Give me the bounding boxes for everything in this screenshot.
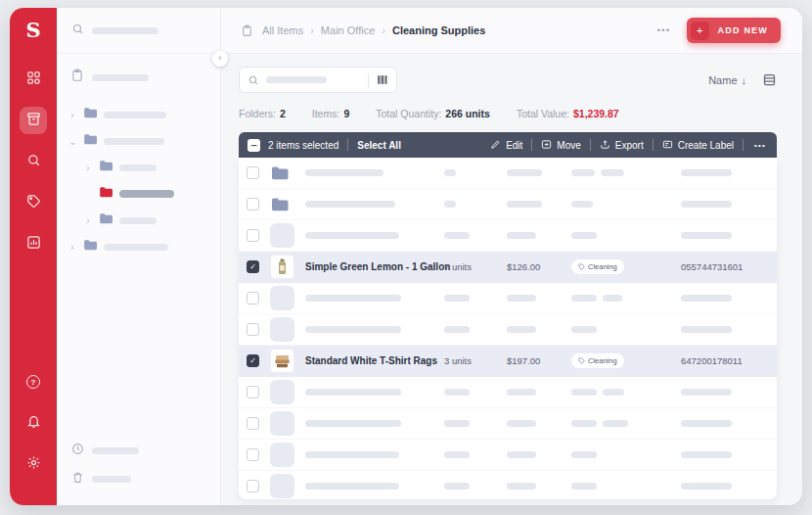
table-row-folder[interactable] — [239, 189, 777, 220]
stat-total-value: Total Value:$1,239.87 — [517, 108, 619, 119]
chevron-right-icon[interactable]: › — [68, 242, 76, 253]
tree-subfolder-row[interactable]: › — [68, 211, 208, 230]
summary-stats: Folders:2 Items:9 Total Quantity:266 uni… — [239, 108, 777, 119]
folder-label-skeleton — [104, 112, 166, 118]
table-row-tshirt-rags[interactable]: ✓ Standard White T-Shirt Rags 3 units $1… — [239, 346, 777, 377]
tree-folder-row-expanded[interactable]: ⌄ — [68, 131, 208, 151]
table-row-item[interactable] — [239, 440, 777, 471]
folder-label-skeleton — [119, 190, 174, 198]
item-quantity: 3 units — [444, 355, 472, 366]
clock-icon — [71, 442, 84, 459]
barcode-scan-icon[interactable] — [376, 73, 388, 86]
item-thumbnail-skeleton — [270, 317, 294, 342]
notifications-button[interactable] — [20, 409, 47, 437]
nav-inventory-button[interactable] — [20, 107, 47, 134]
recent-activity-item[interactable] — [71, 442, 205, 459]
stat-items: Items:9 — [312, 108, 349, 119]
help-button[interactable]: ? — [20, 368, 47, 396]
breadcrumb-main-office[interactable]: Main Office — [321, 24, 375, 36]
header-more-button[interactable]: ••• — [654, 22, 675, 39]
row-checkbox[interactable] — [247, 386, 259, 398]
move-button[interactable]: Move — [541, 139, 580, 152]
item-barcode: 055744731601 — [681, 261, 743, 272]
edit-button[interactable]: Edit — [490, 139, 522, 152]
settings-button[interactable] — [20, 450, 47, 478]
select-all-checkbox[interactable]: – — [248, 139, 260, 152]
tree-subfolder-row-selected[interactable] — [68, 184, 208, 204]
tag-chip[interactable]: Cleaning — [571, 353, 624, 368]
view-toggle-button[interactable] — [762, 72, 777, 87]
table-row-simple-green[interactable]: ✓ Simple Green Lemon - 1 Gallon 7 units … — [239, 252, 777, 283]
tag-icon — [578, 357, 585, 364]
item-name: Standard White T-Shirt Rags — [305, 355, 437, 366]
inventory-box-icon — [26, 112, 41, 130]
nav-reports-button[interactable] — [20, 230, 47, 258]
table-row-item[interactable] — [239, 408, 777, 440]
chevron-right-icon[interactable]: › — [84, 215, 92, 226]
sidebar-search-input[interactable] — [57, 8, 220, 54]
table-row-item[interactable] — [239, 283, 777, 314]
main-area: All Items › Main Office › Cleaning Suppl… — [221, 8, 802, 505]
gear-icon — [26, 455, 41, 474]
add-new-button[interactable]: + ADD NEW — [687, 18, 781, 43]
toolbar-more-button[interactable]: ••• — [752, 141, 768, 150]
folder-label-skeleton — [104, 244, 168, 251]
tree-folder-row[interactable]: › — [68, 237, 208, 257]
row-checkbox-checked[interactable]: ✓ — [247, 354, 259, 367]
folder-icon — [99, 159, 113, 176]
toolbar-actions: Edit Move Export — [490, 139, 768, 152]
selection-count: 2 items selected — [268, 140, 338, 151]
app-logo[interactable]: S — [25, 18, 40, 42]
nav-search-button[interactable] — [20, 148, 47, 175]
chevron-right-icon[interactable]: › — [84, 163, 92, 173]
trash-item[interactable] — [71, 470, 205, 488]
plus-icon: + — [691, 22, 709, 40]
row-checkbox[interactable] — [247, 417, 259, 430]
folder-icon — [83, 132, 97, 150]
chevron-down-icon[interactable]: ⌄ — [68, 136, 76, 147]
table-row-item[interactable] — [239, 377, 777, 408]
tree-subfolder-row[interactable]: › — [68, 158, 208, 177]
row-checkbox[interactable] — [247, 198, 259, 211]
row-checkbox[interactable] — [247, 166, 259, 179]
nav-dashboard-button[interactable] — [20, 66, 47, 93]
tag-chip[interactable]: Cleaning — [571, 259, 624, 274]
trash-icon — [71, 470, 84, 488]
export-button[interactable]: Export — [600, 139, 644, 152]
table-row-folder[interactable] — [239, 158, 777, 189]
row-checkbox[interactable] — [247, 448, 259, 461]
item-thumbnail-skeleton — [270, 474, 294, 498]
tree-folder-row[interactable]: › — [68, 105, 208, 124]
item-thumbnail-rags — [270, 349, 294, 373]
row-checkbox[interactable] — [247, 229, 259, 242]
chevron-right-icon[interactable]: › — [68, 110, 76, 120]
row-checkbox[interactable] — [247, 323, 259, 336]
create-label-button[interactable]: Create Label — [662, 139, 734, 152]
sidebar-collapse-button[interactable]: ‹ — [212, 51, 228, 67]
breadcrumb-all-items[interactable]: All Items — [262, 24, 303, 36]
table-row-item[interactable] — [239, 220, 777, 252]
all-items-root[interactable] — [70, 68, 206, 87]
table-row-item[interactable] — [239, 471, 777, 499]
item-thumbnail-skeleton — [270, 286, 294, 310]
sort-control[interactable]: Name ↓ — [708, 74, 746, 86]
pencil-icon — [490, 139, 501, 152]
header: All Items › Main Office › Cleaning Suppl… — [221, 8, 802, 54]
search-input[interactable] — [239, 67, 397, 93]
items-list: ✓ Simple Green Lemon - 1 Gallon 7 units … — [239, 158, 777, 499]
tag-label: Cleaning — [588, 262, 617, 271]
bell-icon — [26, 414, 41, 433]
search-icon — [71, 22, 84, 39]
item-barcode: 647200178011 — [681, 355, 743, 366]
nav-tags-button[interactable] — [20, 189, 47, 216]
breadcrumb-separator: › — [310, 24, 314, 36]
items-card: – 2 items selected Select All Edit Move — [239, 132, 777, 499]
row-checkbox[interactable] — [247, 292, 259, 304]
row-checkbox[interactable] — [247, 480, 259, 492]
search-icon — [248, 74, 259, 86]
row-checkbox-checked[interactable]: ✓ — [247, 260, 259, 273]
table-row-item[interactable] — [239, 314, 777, 346]
item-thumbnail-skeleton — [270, 223, 294, 248]
toolbar-divider — [347, 139, 348, 151]
select-all-button[interactable]: Select All — [357, 140, 401, 151]
